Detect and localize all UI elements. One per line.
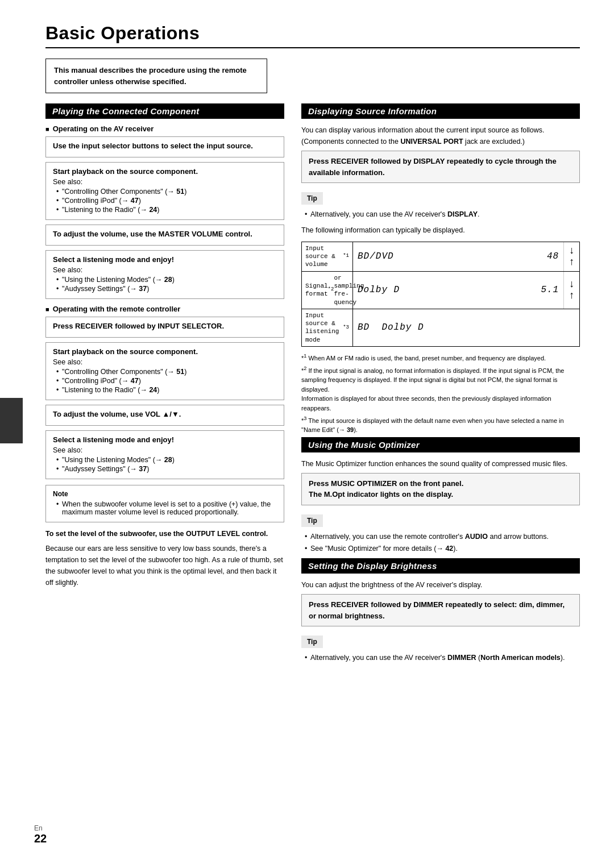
tip-content-music: Alternatively, you can use the remote co… bbox=[301, 531, 580, 554]
display-label-3: Input source & listening mode*3 bbox=[302, 309, 353, 346]
arrow-down-2: ↓ bbox=[569, 279, 575, 290]
body-text-subwoofer: Because our ears are less sensitive to v… bbox=[45, 543, 284, 588]
list-item-text: See "Music Optimizer" for more details (… bbox=[310, 545, 458, 553]
note-label: Note bbox=[53, 490, 277, 498]
title-rule bbox=[45, 47, 580, 48]
instruction-playback1-see: See also: bbox=[53, 178, 277, 186]
list-item-text: "Audyssey Settings" (→ 37) bbox=[62, 465, 149, 473]
section-brightness-header: Setting the Display Brightness bbox=[301, 558, 580, 574]
instruction-box-receiver-input: Press RECEIVER followed by INPUT SELECTO… bbox=[45, 317, 284, 338]
list-item-text: When the subwoofer volume level is set t… bbox=[62, 500, 271, 516]
list-item: See "Music Optimizer" for more details (… bbox=[305, 543, 580, 554]
page-number: 22 bbox=[34, 832, 47, 845]
instruction-volume1-text: To adjust the volume, use the MASTER VOL… bbox=[53, 230, 277, 238]
list-item-text: "Audyssey Settings" (→ 37) bbox=[62, 285, 149, 293]
instruction-box-volume1: To adjust the volume, use the MASTER VOL… bbox=[45, 225, 284, 246]
list-item: When the subwoofer volume level is set t… bbox=[56, 500, 277, 516]
list-item-text: "Using the Listening Modes" (→ 28) bbox=[62, 276, 175, 284]
list-item-text: "Controlling Other Components" (→ 51) bbox=[62, 368, 186, 376]
instruction-mode2-main: Select a listening mode and enjoy! bbox=[53, 435, 277, 444]
page-title: Basic Operations bbox=[45, 23, 580, 44]
tip-content-brightness: Alternatively, you can use the AV receiv… bbox=[301, 653, 580, 663]
tip-label-music: Tip bbox=[301, 510, 580, 529]
tip-list-music: Alternatively, you can use the remote co… bbox=[301, 531, 580, 554]
display-screen-1: BD/DVD 48 bbox=[353, 242, 563, 271]
instruction-mode1-main: Select a listening mode and enjoy! bbox=[53, 255, 277, 264]
list-item-text: "Using the Listening Modes" (→ 28) bbox=[62, 456, 175, 464]
instruction-box-playback2: Start playback on the source component. … bbox=[45, 342, 284, 400]
sidebar-block bbox=[0, 398, 23, 443]
instruction-playback1-main: Start playback on the source component. bbox=[53, 167, 277, 176]
list-item: Alternatively, you can use the AV receiv… bbox=[305, 653, 580, 663]
tip-label-brightness: Tip bbox=[301, 631, 580, 650]
instruction-receiver-input-text: Press RECEIVER followed by INPUT SELECTO… bbox=[53, 322, 277, 330]
instruction-vol-updown-text: To adjust the volume, use VOL ▲/▼. bbox=[53, 410, 277, 418]
display-label-2: Signal format*2 or sampling fre-quency bbox=[302, 272, 353, 309]
sub-header-remote: Operating with the remote controller bbox=[45, 305, 284, 313]
arrow-up-2: ↑ bbox=[569, 290, 575, 301]
tip-badge-music: Tip bbox=[301, 514, 323, 527]
instruction-mode2-see: See also: bbox=[53, 446, 277, 454]
footnote-2: *2 If the input signal is analog, no for… bbox=[301, 365, 580, 413]
list-item-text: "Listening to the Radio" (→ 24) bbox=[62, 206, 159, 214]
brightness-instruction-box: Press RECEIVER followed by DIMMER repeat… bbox=[301, 594, 580, 626]
list-item: "Using the Listening Modes" (→ 28) bbox=[56, 276, 277, 284]
display-row-2: Signal format*2 or sampling fre-quency D… bbox=[302, 272, 579, 309]
intro-text: This manual describes the procedure usin… bbox=[54, 66, 247, 86]
list-item: Alternatively, you can use the AV receiv… bbox=[305, 209, 580, 220]
footnote-1: *1 When AM or FM radio is used, the band… bbox=[301, 352, 580, 363]
display-value-2: 5.1 bbox=[541, 285, 559, 295]
instruction-playback2-list: "Controlling Other Components" (→ 51) "C… bbox=[53, 368, 277, 394]
display-desc-text: The following information can typically … bbox=[301, 225, 580, 236]
list-item-text: Alternatively, you can use the AV receiv… bbox=[310, 210, 479, 218]
list-item: "Audyssey Settings" (→ 37) bbox=[56, 465, 277, 473]
instruction-mode2-list: "Using the Listening Modes" (→ 28) "Audy… bbox=[53, 456, 277, 473]
brightness-body: You can adjust the brightness of the AV … bbox=[301, 579, 580, 591]
display-screen-3: BD Dolby D bbox=[353, 309, 579, 346]
main-content: Playing the Connected Component Operatin… bbox=[45, 103, 580, 668]
left-column: Playing the Connected Component Operatin… bbox=[45, 103, 284, 668]
list-item-text: Alternatively, you can use the remote co… bbox=[310, 533, 549, 541]
tip-badge-brightness: Tip bbox=[301, 636, 323, 648]
instruction-box-mode1: Select a listening mode and enjoy! See a… bbox=[45, 250, 284, 299]
tip-list-brightness: Alternatively, you can use the AV receiv… bbox=[301, 653, 580, 663]
instruction-playback2-main: Start playback on the source component. bbox=[53, 347, 277, 356]
output-level-text: To set the level of the subwoofer, use t… bbox=[45, 528, 284, 539]
list-item-text: "Listening to the Radio" (→ 24) bbox=[62, 386, 159, 394]
instruction-box-vol-updown: To adjust the volume, use VOL ▲/▼. bbox=[45, 405, 284, 426]
display-text-3: BD Dolby D bbox=[358, 322, 424, 333]
arrow-up-1: ↑ bbox=[569, 256, 575, 268]
list-item: "Listening to the Radio" (→ 24) bbox=[56, 206, 277, 214]
instruction-playback1-list: "Controlling Other Components" (→ 51) "C… bbox=[53, 188, 277, 214]
brightness-instruction-text: Press RECEIVER followed by DIMMER repeat… bbox=[309, 599, 572, 621]
instruction-mode1-see: See also: bbox=[53, 266, 277, 274]
note-box: Note When the subwoofer volume level is … bbox=[45, 485, 284, 522]
instruction-box-input-select: Use the input selector buttons to select… bbox=[45, 136, 284, 157]
display-row-1: Input source & volume*1 BD/DVD 48 ↓ ↑ bbox=[302, 242, 579, 272]
section-display-header: Displaying Source Information bbox=[301, 103, 580, 119]
display-text-2: Dolby D bbox=[358, 285, 400, 295]
display-body1: You can display various information abou… bbox=[301, 124, 580, 147]
sub-header-av-receiver: Operating on the AV receiver bbox=[45, 124, 284, 133]
footnote-3: *3 The input source is displayed with th… bbox=[301, 415, 580, 435]
instruction-box-playback1: Start playback on the source component. … bbox=[45, 162, 284, 220]
display-instruction-box: Press RECEIVER followed by DISPLAY repea… bbox=[301, 151, 580, 183]
page-number-area: En 22 bbox=[34, 824, 47, 845]
list-item: "Listening to the Radio" (→ 24) bbox=[56, 386, 277, 394]
list-item-text: "Controlling iPod" (→ 47) bbox=[62, 197, 141, 205]
display-value-1: 48 bbox=[547, 251, 559, 261]
display-arrows-1: ↓ ↑ bbox=[563, 242, 579, 271]
list-item: "Controlling Other Components" (→ 51) bbox=[56, 368, 277, 376]
list-item: "Controlling iPod" (→ 47) bbox=[56, 197, 277, 205]
arrow-down-1: ↓ bbox=[569, 245, 575, 256]
music-optimizer-body: The Music Optimizer function enhances th… bbox=[301, 458, 580, 470]
music-optimizer-instruction-box: Press MUSIC OPTIMIZER on the front panel… bbox=[301, 473, 580, 505]
tip-label-display: Tip bbox=[301, 188, 580, 207]
section-music-optimizer-header: Using the Music Optimizer bbox=[301, 437, 580, 452]
tip-badge-display: Tip bbox=[301, 192, 323, 205]
music-optimizer-instruction-text: Press MUSIC OPTIMIZER on the front panel… bbox=[309, 478, 572, 500]
right-column: Displaying Source Information You can di… bbox=[301, 103, 580, 668]
display-text-1: BD/DVD bbox=[358, 251, 394, 261]
tip-content-display: Alternatively, you can use the AV receiv… bbox=[301, 209, 580, 220]
list-item: "Controlling Other Components" (→ 51) bbox=[56, 188, 277, 196]
